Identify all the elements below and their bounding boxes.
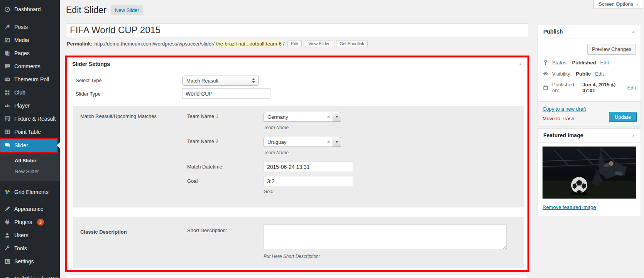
page-title: Edit Slider xyxy=(66,5,106,15)
sidebar-item-comments[interactable]: Comments xyxy=(0,60,60,73)
featured-image-title: Featured Image xyxy=(543,132,583,138)
sidebar-item-label: Tools xyxy=(14,245,27,251)
submenu-item-all-slider[interactable]: All Slider xyxy=(0,155,60,166)
visibility-value: Public xyxy=(576,71,591,77)
pushpin-icon xyxy=(4,24,11,30)
featured-image-thumbnail[interactable] xyxy=(543,147,636,199)
combobox-arrow-icon[interactable]: ▼ xyxy=(333,112,341,122)
team-name-1-combobox[interactable]: Germany× ▼ xyxy=(264,112,341,122)
slides-icon xyxy=(4,142,11,149)
edit-status-link[interactable]: Edit xyxy=(600,60,609,66)
select-updown-icon xyxy=(252,78,255,83)
sidebar-item-plugins[interactable]: Plugins 3 xyxy=(0,216,60,229)
sidebar-item-label: Player xyxy=(14,103,30,109)
update-button[interactable]: Update xyxy=(609,112,637,122)
view-slider-button[interactable]: View Slider xyxy=(305,40,333,47)
sidebar-item-club[interactable]: Club xyxy=(0,86,60,99)
sidebar-item-label: Plugins xyxy=(14,219,32,225)
permalink-label: Permalink: xyxy=(67,41,92,47)
slider-title-input[interactable] xyxy=(66,23,528,37)
publish-footer: Copy to a new draft Move to Trash Update xyxy=(538,101,641,126)
team-name-2-combobox[interactable]: Uruguay× ▼ xyxy=(264,137,341,147)
combobox-arrow-icon[interactable]: ▼ xyxy=(333,137,341,147)
team-1-value[interactable]: Germany× xyxy=(264,112,333,122)
sidebar-item-label: Themeum Poll xyxy=(14,76,49,83)
sidebar-item-label: Appearance xyxy=(14,206,44,212)
sidebar-separator xyxy=(0,268,60,272)
wrench-icon xyxy=(4,245,11,252)
sidebar-item-media[interactable]: Media xyxy=(0,34,60,47)
sidebar-separator xyxy=(0,181,60,185)
goal-input[interactable] xyxy=(264,176,353,186)
sidebar-item-posts[interactable]: Posts xyxy=(0,20,60,34)
sidebar-separator xyxy=(0,16,60,20)
paintbrush-icon xyxy=(4,206,11,212)
plugin-icon xyxy=(4,219,11,226)
sidebar-item-appearance[interactable]: Appearance xyxy=(0,202,60,216)
edit-published-on-link[interactable]: Edit xyxy=(627,85,636,91)
user-icon xyxy=(4,232,11,239)
submenu-item-new-slider[interactable]: New Slider xyxy=(0,166,60,177)
sidebar-item-label: Posts xyxy=(14,24,28,30)
status-row: Status: Published Edit xyxy=(543,59,636,66)
admin-sidebar: Dashboard Posts Media Pages Comments The… xyxy=(0,0,60,278)
sidebar-item-settings[interactable]: Settings xyxy=(0,255,60,268)
screen-options-tab[interactable]: Screen Options▼ xyxy=(593,0,643,9)
move-to-trash-link[interactable]: Move to Trash xyxy=(543,116,574,121)
sidebar-item-themeum-poll[interactable]: Themeum Poll xyxy=(0,73,60,86)
slider-type-input[interactable] xyxy=(182,88,270,99)
permalink-url-suffix: / xyxy=(283,41,285,47)
sidebar-item-label: Point Table xyxy=(14,129,41,135)
team-name-2-label: Team Name 2 xyxy=(187,138,218,144)
select-type-dropdown[interactable]: Match Reasult xyxy=(182,76,259,86)
status-value: Published xyxy=(572,60,596,66)
clear-selection-icon[interactable]: × xyxy=(327,139,330,145)
sidebar-item-pages[interactable]: Pages xyxy=(0,47,60,60)
featured-image-header: Featured Image ▲ xyxy=(538,129,641,143)
sidebar-item-fixture-reasult[interactable]: Fixture & Reasult xyxy=(0,112,60,125)
visibility-row: Visibility: Public Edit xyxy=(543,71,636,77)
short-description-label: Short Description: xyxy=(187,227,227,233)
select-type-value: Match Reasult xyxy=(186,78,218,84)
published-on-row: Published on: Jun 4, 2015 @ 07:01 Edit xyxy=(543,82,636,93)
active-menu-pointer xyxy=(57,142,60,148)
sidebar-item-slider[interactable]: Slider xyxy=(0,138,57,152)
permalink-slug[interactable]: the-brazil-nat...ootball-team-6 xyxy=(216,40,282,47)
publish-header: Publish ▲ xyxy=(538,25,641,39)
eye-icon xyxy=(543,71,549,77)
edit-permalink-button[interactable]: Edit xyxy=(287,40,302,47)
get-shortlink-button[interactable]: Get Shortlink xyxy=(336,40,368,47)
sidebar-item-users[interactable]: Users xyxy=(0,229,60,242)
collapse-toggle-icon[interactable]: ▲ xyxy=(519,57,522,71)
sidebar-item-grid-elements[interactable]: Grid Elements xyxy=(0,185,60,199)
published-on-label: Published on: xyxy=(552,82,578,93)
sidebar-item-player[interactable]: Player xyxy=(0,99,60,112)
sidebar-item-tools[interactable]: Tools xyxy=(0,242,60,255)
collapse-toggle-icon[interactable]: ▲ xyxy=(632,129,635,142)
clear-selection-icon[interactable]: × xyxy=(327,114,330,120)
wordpress-admin-edit-slider: { "icons": { "dropdown_arrow": "▼", "sel… xyxy=(0,0,644,278)
copy-to-new-draft-link[interactable]: Copy to a new draft xyxy=(543,106,586,112)
comment-icon xyxy=(4,63,11,70)
classic-description-label: Classic Description xyxy=(80,229,127,235)
people-icon xyxy=(4,102,11,109)
permalink-row: Permalink: http://demo.themeum.com/wordp… xyxy=(67,39,368,48)
edit-visibility-link[interactable]: Edit xyxy=(595,71,603,77)
metabox-title: Slider Settings xyxy=(72,61,110,67)
sidebar-item-point-table[interactable]: Point Table xyxy=(0,125,60,138)
match-datetime-input[interactable] xyxy=(264,162,353,172)
media-icon xyxy=(4,37,11,44)
sidebar-item-label: Slider xyxy=(14,142,28,148)
new-slider-button[interactable]: New Slider xyxy=(111,5,143,15)
sidebar-item-label: Club xyxy=(14,89,25,96)
preview-changes-button[interactable]: Preview Changes xyxy=(587,44,636,54)
sidebar-item-mailchimp[interactable]: MailChimp for WP xyxy=(0,272,60,278)
short-description-textarea[interactable] xyxy=(264,224,507,250)
collapse-toggle-icon[interactable]: ▲ xyxy=(632,25,635,39)
visibility-label: Visibility: xyxy=(552,71,571,77)
remove-featured-image-link[interactable]: Remove featured image xyxy=(543,204,596,210)
team-2-value[interactable]: Uruguay× xyxy=(264,137,333,147)
sidebar-item-dashboard[interactable]: Dashboard xyxy=(0,3,60,16)
sidebar-item-label: Dashboard xyxy=(14,6,41,12)
published-on-value: Jun 4, 2015 @ 07:01 xyxy=(582,82,623,93)
